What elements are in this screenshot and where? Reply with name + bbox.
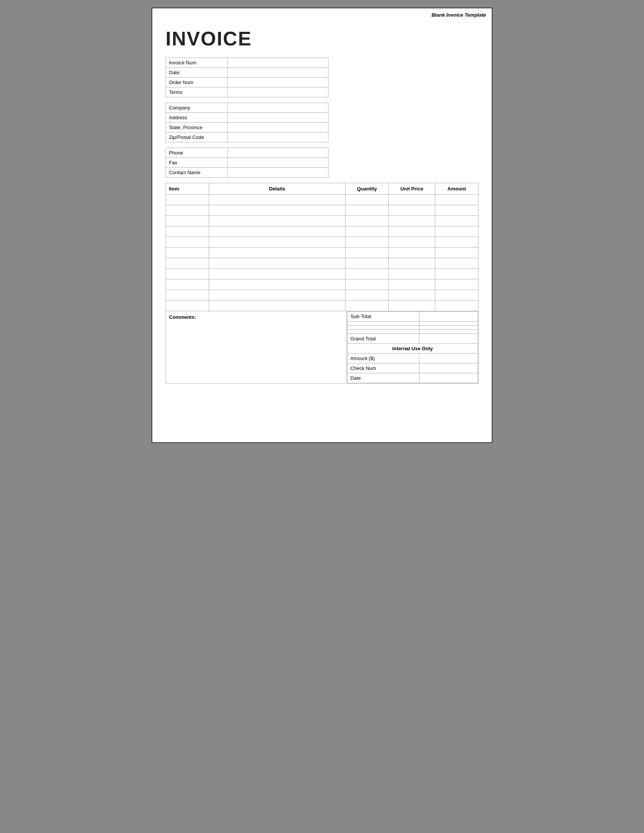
date-label: Date: [166,68,228,78]
subtotal-value[interactable] [419,312,478,322]
items-cell[interactable] [346,258,389,269]
zip-postal-value[interactable] [227,132,328,142]
items-cell[interactable] [388,227,435,237]
extra-value-2[interactable] [419,326,478,330]
extra-label-2 [347,326,419,330]
items-cell[interactable] [435,301,478,311]
items-cell[interactable] [166,195,209,205]
items-cell[interactable] [346,290,389,301]
items-cell[interactable] [166,269,209,280]
items-cell[interactable] [346,280,389,290]
company-label: Company [166,103,228,113]
invoice-num-value[interactable] [227,58,328,68]
items-cell[interactable] [435,280,478,290]
items-cell[interactable] [346,216,389,227]
check-num-row: Check Num [347,363,478,373]
items-row [166,248,478,258]
items-cell[interactable] [435,237,478,248]
check-num-label: Check Num [347,363,419,373]
items-cell[interactable] [166,216,209,227]
table-row: Date: [166,68,328,78]
items-cell[interactable] [166,205,209,216]
internal-date-row: Date [347,373,478,383]
items-cell[interactable] [166,258,209,269]
items-cell[interactable] [388,269,435,280]
items-cell[interactable] [435,290,478,301]
items-cell[interactable] [388,248,435,258]
extra-value-1[interactable] [419,322,478,326]
items-cell[interactable] [209,205,345,216]
phone-value[interactable] [227,148,328,158]
items-cell[interactable] [209,290,345,301]
date-value[interactable] [227,68,328,78]
items-cell[interactable] [435,248,478,258]
amount-dollar-value[interactable] [419,354,478,363]
table-row: Address [166,113,328,123]
table-row: Phone [166,148,328,158]
items-cell[interactable] [209,248,345,258]
items-cell[interactable] [209,280,345,290]
items-cell[interactable] [435,205,478,216]
items-cell[interactable] [209,269,345,280]
check-num-value[interactable] [419,363,478,373]
items-cell[interactable] [166,227,209,237]
items-cell[interactable] [346,205,389,216]
items-cell[interactable] [388,237,435,248]
grand-total-value[interactable] [419,334,478,344]
internal-use-label: Internal Use Only [347,344,478,354]
items-cell[interactable] [435,227,478,237]
extra-row-2 [347,326,478,330]
details-header: Details [209,183,345,195]
items-cell[interactable] [209,227,345,237]
items-cell[interactable] [435,216,478,227]
items-cell[interactable] [166,290,209,301]
items-cell[interactable] [388,280,435,290]
items-cell[interactable] [388,216,435,227]
items-cell[interactable] [346,269,389,280]
contact-name-value[interactable] [227,168,328,178]
items-cell[interactable] [435,258,478,269]
items-cell[interactable] [166,301,209,311]
items-row [166,290,478,301]
items-row [166,195,478,205]
fax-value[interactable] [227,158,328,168]
items-cell[interactable] [209,258,345,269]
items-cell[interactable] [435,269,478,280]
page-title: Blank Invoice Template [431,12,486,18]
terms-value[interactable] [227,87,328,97]
items-cell[interactable] [346,195,389,205]
table-row: Terms [166,87,328,97]
company-value[interactable] [227,103,328,113]
items-cell[interactable] [166,237,209,248]
items-row [166,301,478,311]
items-cell[interactable] [388,301,435,311]
address-label: Address [166,113,228,123]
state-province-value[interactable] [227,123,328,132]
invoice-page: Blank Invoice Template INVOICE Invoice N… [151,8,493,443]
totals-table: Sub-Total Grand Total [347,311,478,383]
items-cell[interactable] [346,248,389,258]
items-cell[interactable] [388,290,435,301]
order-num-value[interactable] [227,78,328,87]
address-value[interactable] [227,113,328,123]
table-row: Zip/Postal Code [166,132,328,142]
items-cell[interactable] [166,248,209,258]
items-cell[interactable] [388,258,435,269]
comments-area[interactable]: Comments: [166,311,347,383]
items-cell[interactable] [388,195,435,205]
internal-date-value[interactable] [419,373,478,383]
items-cell[interactable] [346,301,389,311]
items-cell[interactable] [435,195,478,205]
extra-value-3[interactable] [419,330,478,334]
items-cell[interactable] [346,227,389,237]
items-cell[interactable] [166,280,209,290]
items-cell[interactable] [346,237,389,248]
items-cell[interactable] [209,195,345,205]
items-row [166,205,478,216]
items-cell[interactable] [388,205,435,216]
items-cell[interactable] [209,237,345,248]
company-info-table: Company Address State, Province Zip/Post… [166,103,328,142]
table-row: Contact Name [166,168,328,178]
items-cell[interactable] [209,216,345,227]
items-cell[interactable] [209,301,345,311]
